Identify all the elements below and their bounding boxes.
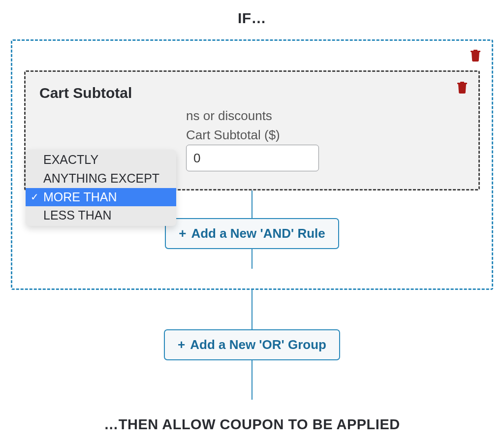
plus-icon: + — [179, 226, 186, 241]
svg-rect-0 — [471, 51, 480, 52]
operator-option-more-than[interactable]: ✓ MORE THAN — [26, 188, 176, 207]
delete-or-group-button[interactable] — [470, 49, 481, 62]
operator-option-label: MORE THAN — [43, 190, 117, 204]
add-or-group-button[interactable]: +Add a New 'OR' Group — [164, 329, 340, 360]
svg-rect-1 — [457, 83, 467, 84]
plus-icon: + — [178, 337, 185, 352]
connector-line — [252, 190, 252, 218]
add-or-group-label: Add a New 'OR' Group — [190, 337, 326, 352]
obscured-text-fragment: ns or discounts — [186, 108, 465, 124]
then-heading: …THEN ALLOW COUPON TO BE APPLIED — [0, 416, 504, 433]
connector-line — [252, 290, 252, 329]
value-label: Cart Subtotal ($) — [186, 127, 465, 143]
connector-line — [252, 249, 252, 269]
cart-subtotal-input[interactable] — [186, 145, 319, 171]
connector-line — [252, 360, 252, 400]
add-and-rule-button[interactable]: +Add a New 'AND' Rule — [165, 218, 339, 249]
operator-option-exactly[interactable]: EXACTLY — [26, 151, 176, 169]
operator-option-anything-except[interactable]: ANYTHING EXCEPT — [26, 169, 176, 188]
operator-dropdown[interactable]: EXACTLY ANYTHING EXCEPT ✓ MORE THAN LESS… — [26, 150, 176, 226]
operator-option-less-than[interactable]: LESS THAN — [26, 206, 176, 225]
check-icon: ✓ — [31, 190, 39, 204]
add-and-rule-label: Add a New 'AND' Rule — [191, 226, 325, 241]
rule-title: Cart Subtotal — [39, 85, 465, 101]
if-heading: IF… — [0, 10, 504, 27]
delete-and-rule-button[interactable] — [457, 81, 468, 94]
and-rule-card: Cart Subtotal ns or discounts Cart Subto… — [24, 70, 480, 190]
or-group: Cart Subtotal ns or discounts Cart Subto… — [11, 39, 493, 290]
